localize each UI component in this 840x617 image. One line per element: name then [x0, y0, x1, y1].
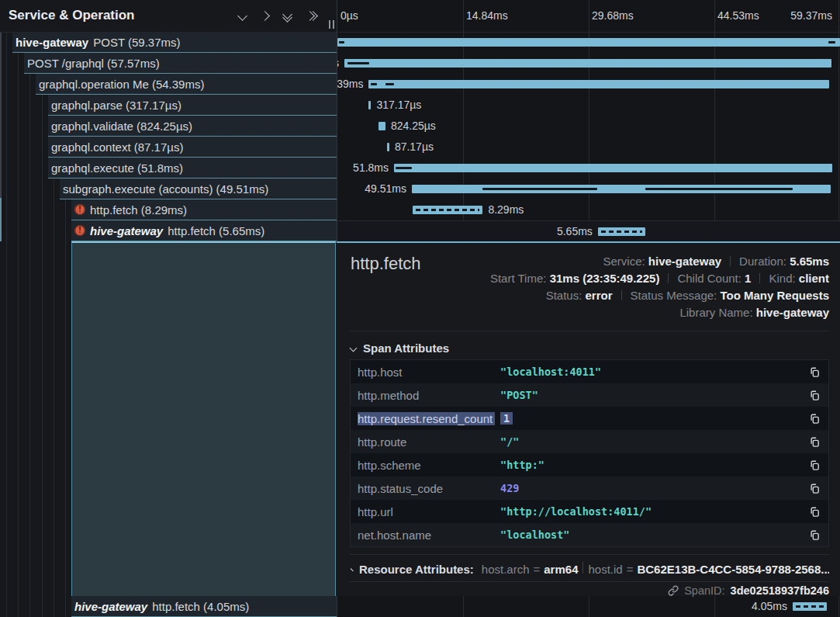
timeline-row[interactable]: 8.29ms	[337, 199, 840, 220]
span-bar[interactable]	[394, 164, 832, 172]
ruler-tick: 29.68ms	[592, 9, 634, 22]
span-tree-panel: Service & Operation hive-gatewayPOST (59…	[0, 0, 337, 617]
timeline-row[interactable]: 5.65ms	[337, 220, 840, 241]
meta-separator	[621, 290, 622, 300]
timeline-row[interactable]: 4.05ms	[337, 596, 840, 617]
attribute-row: http.method"POST"	[351, 383, 828, 407]
timeline-ruler: 0µs14.84ms29.68ms44.53ms59.37ms	[337, 0, 840, 33]
timeline-row[interactable]: 59.37ms	[337, 32, 840, 53]
tree-row[interactable]: !http.fetch (8.29ms)	[71, 199, 337, 220]
service-name: hive-gateway	[16, 36, 88, 49]
attribute-value: "http://localhost:4011/"	[500, 505, 809, 518]
span-bar[interactable]	[413, 206, 482, 214]
meta-separator	[730, 256, 731, 266]
span-bar[interactable]	[344, 59, 831, 68]
span-bar[interactable]	[368, 80, 829, 88]
span-label: graphql.validate (824.25µs)	[51, 120, 192, 133]
tree-row[interactable]: graphql.execute (51.8ms)	[48, 158, 337, 179]
span-bar[interactable]	[368, 101, 371, 109]
timeline-row[interactable]: 57.57ms	[337, 53, 840, 74]
attribute-key: http.host	[358, 366, 500, 379]
span-detail-panel: http.fetch Service: hive-gatewayDuration…	[337, 241, 840, 596]
meta-label: Status:	[546, 289, 586, 302]
divider	[350, 581, 829, 582]
duration-label: 54.39ms	[337, 74, 363, 95]
chevron-right-icon	[351, 567, 354, 571]
meta-line: Service: hive-gatewayDuration: 5.65ms	[490, 253, 829, 270]
tree-row[interactable]: POST /graphql (57.57ms)	[24, 53, 337, 74]
timeline-row[interactable]: 824.25µs	[337, 116, 840, 137]
tree-row[interactable]: graphql.parse (317.17µs)	[48, 95, 337, 116]
meta-value: Too Many Requests	[720, 289, 829, 302]
timeline-row[interactable]: 317.17µs	[337, 95, 840, 116]
tree-row[interactable]: graphql.validate (824.25µs)	[48, 116, 337, 137]
attribute-value: "POST"	[500, 389, 809, 401]
double-chevron-down-icon[interactable]	[284, 11, 291, 21]
attribute-key: http.route	[358, 435, 500, 449]
child-span-mark	[347, 62, 369, 64]
tree-row[interactable]: hive-gatewayhttp.fetch (4.05ms)	[71, 596, 337, 617]
chevron-right-icon[interactable]	[261, 12, 268, 19]
indent-guide	[29, 32, 30, 617]
meta-value: 5.65ms	[790, 255, 829, 268]
attribute-value: "localhost:4011"	[500, 366, 809, 378]
meta-label: Library Name:	[679, 306, 755, 319]
timeline-row[interactable]: 54.39ms	[337, 74, 840, 95]
meta-label: Duration:	[739, 255, 790, 268]
span-bar[interactable]	[412, 185, 831, 193]
tree-row[interactable]: subgraph.execute (accounts) (49.51ms)	[60, 179, 337, 199]
span-attributes-header[interactable]: Span Attributes	[351, 341, 449, 355]
span-bar[interactable]	[793, 602, 827, 611]
resize-handle-icon[interactable]	[329, 20, 334, 29]
attribute-row: net.host.name"localhost"	[351, 523, 828, 546]
resource-value: BC62E13B-C4CC-5854-9788-2568...	[637, 563, 829, 576]
copy-icon[interactable]	[809, 529, 821, 541]
copy-icon[interactable]	[809, 390, 821, 401]
tree-row[interactable]: graphql.operation Me (54.39ms)	[36, 74, 337, 95]
tree-row[interactable]: !hive-gatewayhttp.fetch (5.65ms)	[71, 220, 337, 241]
attribute-value: "http:"	[500, 459, 809, 471]
copy-icon[interactable]	[809, 483, 821, 494]
span-bar[interactable]	[337, 38, 840, 47]
child-span-mark	[396, 167, 412, 169]
meta-line: Start Time: 31ms (23:35:49.225)Child Cou…	[490, 270, 829, 287]
copy-icon[interactable]	[809, 506, 821, 518]
duration-label: 87.17µs	[395, 137, 434, 158]
link-icon[interactable]	[668, 585, 679, 596]
copy-icon[interactable]	[809, 413, 821, 425]
tree-row[interactable]: graphql.context (87.17µs)	[48, 137, 337, 158]
resource-attributes[interactable]: Resource Attributes: host.arch=arm64host…	[351, 556, 829, 582]
tree-row[interactable]: hive-gatewayPOST (59.37ms)	[12, 32, 337, 53]
selected-span-area	[71, 241, 336, 596]
span-bar[interactable]	[387, 143, 389, 151]
indent-guide	[18, 32, 19, 617]
duration-label: 824.25µs	[391, 116, 436, 137]
attribute-key: http.request.resend_count	[358, 412, 500, 425]
chevron-down-icon[interactable]	[239, 12, 246, 19]
service-name: hive-gateway	[90, 224, 163, 237]
resource-key: host.arch	[482, 563, 530, 576]
span-id-label: SpanID:	[684, 584, 724, 597]
span-label: POST (59.37ms)	[93, 36, 180, 49]
timeline-row[interactable]: 49.51ms	[337, 179, 840, 199]
copy-icon[interactable]	[809, 366, 821, 378]
span-meta: Service: hive-gatewayDuration: 5.65msSta…	[490, 253, 829, 321]
attribute-value: 1	[500, 412, 809, 425]
resource-key: host.id	[588, 563, 622, 576]
child-span-mark	[339, 41, 345, 43]
span-bar[interactable]	[379, 122, 385, 130]
equals: =	[627, 563, 634, 576]
attribute-value: "/"	[500, 435, 809, 448]
copy-icon[interactable]	[809, 436, 821, 448]
timeline-row[interactable]: 87.17µs	[337, 137, 840, 158]
attribute-row: http.route"/"	[351, 430, 828, 453]
equals: =	[534, 563, 541, 576]
attribute-key: http.method	[358, 389, 500, 402]
timeline-row[interactable]: 51.8ms	[337, 158, 840, 179]
scroll-indicator-thumb[interactable]	[0, 198, 2, 241]
meta-separator	[759, 273, 760, 283]
duration-label: 8.29ms	[488, 199, 524, 220]
span-bar[interactable]	[598, 227, 646, 236]
copy-icon[interactable]	[809, 459, 821, 471]
double-chevron-right-icon[interactable]	[306, 12, 316, 19]
